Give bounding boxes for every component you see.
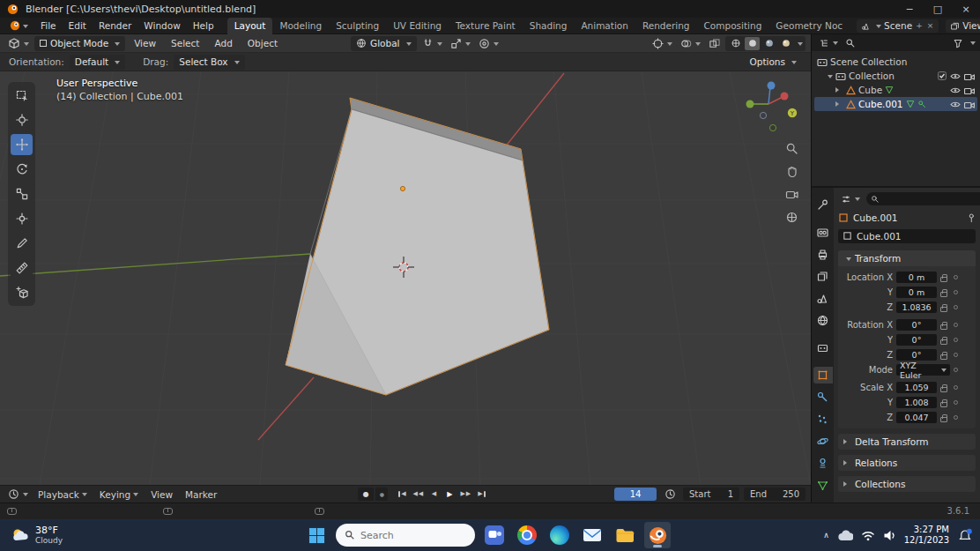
menu-render[interactable]: Render <box>93 18 137 34</box>
scale-tool[interactable] <box>11 183 33 205</box>
transform-panel-header[interactable]: Transform <box>838 250 976 266</box>
pin-icon[interactable] <box>966 212 976 223</box>
current-frame-field[interactable]: 14 <box>614 488 657 501</box>
location-z-field[interactable]: 1.0836 <box>896 302 937 313</box>
workspace-tab-geometry-nodes[interactable]: Geometry Noc <box>768 18 850 34</box>
gizmos-toggle-button[interactable] <box>650 36 675 51</box>
next-keyframe-button[interactable]: ▶▶ <box>458 488 472 501</box>
rotation-y-field[interactable]: 0° <box>896 334 937 346</box>
xray-toggle-button[interactable] <box>706 36 723 51</box>
scale-y-field[interactable]: 1.008 <box>896 397 937 408</box>
menu-file[interactable]: File <box>34 18 63 34</box>
shading-solid-button[interactable] <box>745 37 760 50</box>
outliner-row-collection[interactable]: Collection <box>814 69 977 83</box>
workspace-tab-layout[interactable]: Layout <box>227 18 273 34</box>
menu-marker[interactable]: Marker <box>180 489 222 500</box>
hide-eye-icon[interactable] <box>950 72 961 80</box>
properties-search-field[interactable] <box>866 192 980 205</box>
frame-end-field[interactable]: End 250 <box>744 488 806 501</box>
options-button[interactable]: Options <box>744 55 802 70</box>
lock-icon[interactable] <box>940 402 947 407</box>
lock-icon[interactable] <box>940 292 947 297</box>
tab-modifiers[interactable] <box>813 389 833 406</box>
camera-view-button[interactable] <box>783 186 799 202</box>
tab-output[interactable] <box>813 246 833 263</box>
animate-dot[interactable] <box>954 305 958 309</box>
auto-keying-options-button[interactable]: ● <box>375 488 388 501</box>
close-button[interactable]: × <box>952 0 980 18</box>
search-icon[interactable] <box>845 38 856 48</box>
exclude-checkbox[interactable] <box>938 71 947 80</box>
expand-icon[interactable] <box>835 101 842 107</box>
play-button[interactable]: ▶ <box>442 488 457 501</box>
relations-panel-header[interactable]: Relations <box>838 455 976 471</box>
location-y-field[interactable]: 0 m <box>896 287 937 298</box>
animate-dot[interactable] <box>954 275 958 279</box>
cube-mesh-object[interactable] <box>286 98 549 395</box>
snap-target-button[interactable] <box>448 36 473 51</box>
tab-render[interactable] <box>813 224 833 241</box>
scale-x-field[interactable]: 1.059 <box>896 382 937 393</box>
lock-icon[interactable] <box>940 277 947 282</box>
rotation-x-field[interactable]: 0° <box>896 319 937 331</box>
breadcrumb-label[interactable]: Cube.001 <box>853 212 898 223</box>
mode-selector[interactable]: Object Mode <box>34 36 125 51</box>
properties-editor-type-button[interactable] <box>838 191 863 206</box>
workspace-tab-texture-paint[interactable]: Texture Paint <box>449 18 523 34</box>
expand-icon[interactable] <box>835 87 842 93</box>
3d-viewport[interactable]: Y User Perspective (14) Collection | Cub… <box>0 71 811 485</box>
tab-particles[interactable] <box>813 411 833 428</box>
rotation-z-field[interactable]: 0° <box>896 349 937 361</box>
scale-z-field[interactable]: 0.047 <box>896 412 937 423</box>
start-button[interactable] <box>303 522 330 548</box>
animate-dot[interactable] <box>954 338 958 342</box>
properties-search-input[interactable] <box>883 194 980 204</box>
menu-help[interactable]: Help <box>187 18 220 34</box>
animate-dot[interactable] <box>954 323 958 327</box>
view-layer-selector[interactable]: ViewLayer × <box>946 19 980 33</box>
perspective-toggle-button[interactable] <box>783 209 799 225</box>
taskbar-folder-icon[interactable] <box>612 522 638 548</box>
menu-edit[interactable]: Edit <box>63 18 93 34</box>
tab-physics[interactable] <box>813 433 833 450</box>
workspace-tab-uv-editing[interactable]: UV Editing <box>386 18 449 34</box>
tab-collection[interactable] <box>813 339 833 356</box>
drag-dropdown[interactable]: Select Box <box>174 55 244 70</box>
menu-playback[interactable]: Playback <box>33 489 93 500</box>
orientation-dropdown[interactable]: Default <box>70 55 125 70</box>
workspace-tab-sculpting[interactable]: Sculpting <box>329 18 386 34</box>
play-reverse-button[interactable]: ◀ <box>427 488 441 501</box>
animate-dot[interactable] <box>954 290 958 294</box>
taskbar-mail-icon[interactable] <box>579 522 605 548</box>
move-tool[interactable] <box>11 134 33 155</box>
rotation-mode-dropdown[interactable]: XYZ Euler <box>896 364 950 376</box>
taskbar-weather-widget[interactable]: 38°F Cloudy <box>5 522 68 548</box>
zoom-button[interactable] <box>783 140 799 156</box>
workspace-tab-shading[interactable]: Shading <box>523 18 575 34</box>
tab-view-layer[interactable] <box>813 268 833 285</box>
filter-icon[interactable] <box>953 38 963 48</box>
lock-icon[interactable] <box>940 324 947 330</box>
add-cube-tool[interactable] <box>11 282 33 303</box>
collections-panel-header[interactable]: Collections <box>838 476 976 492</box>
tab-scene[interactable] <box>813 290 833 307</box>
tab-world[interactable] <box>813 312 833 329</box>
use-preview-range-button[interactable] <box>662 487 679 502</box>
jump-to-end-button[interactable]: ▶ <box>474 488 488 501</box>
workspace-tab-compositing[interactable]: Compositing <box>697 18 769 34</box>
scene-selector[interactable]: Scene + × <box>857 19 939 33</box>
lock-icon[interactable] <box>940 354 947 360</box>
lock-icon[interactable] <box>940 387 947 392</box>
tab-constraints[interactable] <box>813 455 833 472</box>
animate-dot[interactable] <box>954 353 958 357</box>
animate-dot[interactable] <box>954 385 958 390</box>
menu-select[interactable]: Select <box>165 35 205 52</box>
disable-render-camera-icon[interactable] <box>964 86 975 94</box>
outliner-editor-type-button[interactable] <box>816 35 841 50</box>
tray-chevron-up-icon[interactable]: ∧ <box>823 531 829 540</box>
shading-wireframe-button[interactable] <box>728 37 743 50</box>
proportional-edit-button[interactable] <box>476 36 501 51</box>
menu-view[interactable]: View <box>128 35 162 52</box>
menu-keying[interactable]: Keying <box>94 489 144 500</box>
tab-object-data[interactable] <box>813 477 833 494</box>
